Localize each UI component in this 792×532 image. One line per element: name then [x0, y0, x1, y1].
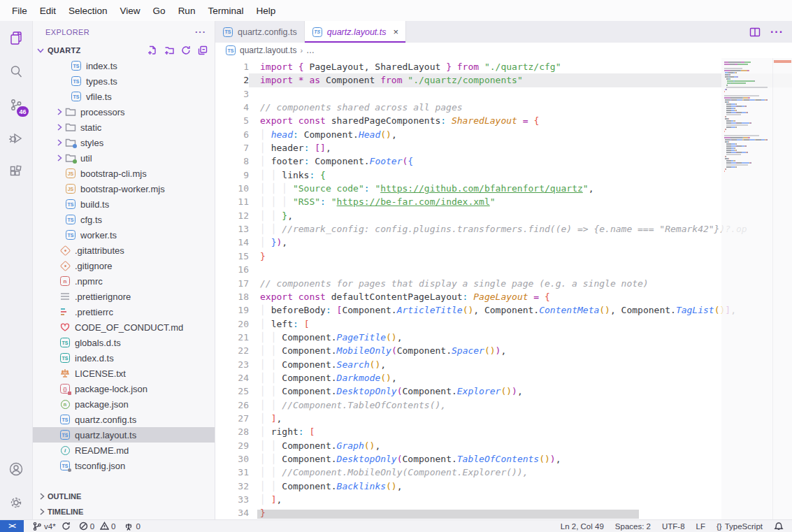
menu-selection[interactable]: Selection	[62, 3, 114, 19]
menu-run[interactable]: Run	[172, 3, 202, 19]
account-icon[interactable]	[0, 452, 33, 486]
code-line-9[interactable]: 9│ │ links: {	[215, 168, 792, 182]
code-line-31[interactable]: 31│ │ //Component.MobileOnly(Component.E…	[215, 466, 792, 479]
tab-quartz-config-ts[interactable]: TSquartz.config.ts	[215, 21, 305, 43]
tree-item-types-ts[interactable]: TStypes.ts	[33, 73, 215, 89]
minimap[interactable]	[721, 58, 772, 519]
code-line-3[interactable]: 3	[215, 87, 792, 101]
code-line-21[interactable]: 21│ │ Component.PageTitle(),	[215, 331, 792, 344]
tree-item-static[interactable]: static	[33, 120, 215, 135]
indentation-status[interactable]: Spaces: 2	[615, 522, 651, 531]
tree-item-styles[interactable]: styles	[33, 135, 215, 150]
tree-item--prettierignore[interactable]: .prettierignore	[33, 289, 215, 304]
run-debug-icon[interactable]	[0, 122, 33, 155]
new-file-icon[interactable]	[147, 45, 157, 55]
code-line-5[interactable]: 5export const sharedPageComponents: Shar…	[215, 114, 792, 127]
breadcrumb-symbol[interactable]: …	[306, 45, 315, 55]
code-editor[interactable]: 1import { PageLayout, SharedLayout } fro…	[215, 58, 792, 519]
explorer-icon[interactable]	[0, 21, 33, 55]
code-line-6[interactable]: 6│ head: Component.Head(),	[215, 128, 792, 141]
collapse-all-icon[interactable]	[198, 45, 208, 55]
tree-item--gitattributes[interactable]: .gitattributes	[33, 243, 215, 258]
tree-item--gitignore[interactable]: .gitignore	[33, 258, 215, 273]
code-line-2[interactable]: 2import * as Component from "./quartz/co…	[215, 73, 792, 87]
tree-item-package-json[interactable]: npackage.json	[33, 396, 215, 412]
git-branch-status[interactable]: v4*	[32, 522, 71, 531]
tree-item-tsconfig-json[interactable]: TStsconfig.json	[33, 458, 215, 473]
code-line-24[interactable]: 24│ │ Component.Darkmode(),	[215, 371, 792, 384]
menu-file[interactable]: File	[6, 3, 34, 19]
code-line-4[interactable]: 4// components shared across all pages	[215, 101, 792, 114]
tree-item-license-txt[interactable]: LICENSE.txt	[33, 366, 215, 381]
code-line-25[interactable]: 25│ │ Component.DesktopOnly(Component.Ex…	[215, 384, 792, 398]
breadcrumb[interactable]: TS quartz.layout.ts › …	[215, 43, 792, 58]
code-line-29[interactable]: 29│ │ Component.Graph(),	[215, 439, 792, 452]
code-line-14[interactable]: 14│ }),	[215, 236, 792, 249]
eol-status[interactable]: LF	[696, 522, 705, 531]
menu-terminal[interactable]: Terminal	[201, 3, 250, 19]
code-line-30[interactable]: 30│ │ Component.DesktopOnly(Component.Ta…	[215, 452, 792, 466]
code-line-17[interactable]: 17// components for pages that display a…	[215, 277, 792, 290]
split-editor-icon[interactable]	[749, 27, 761, 37]
code-line-8[interactable]: 8│ footer: Component.Footer({	[215, 154, 792, 168]
code-line-13[interactable]: 13│ │ //remark_config: config.plugins.tr…	[215, 222, 792, 236]
code-line-33[interactable]: 33│ ],	[215, 493, 792, 506]
code-line-7[interactable]: 7│ header: [],	[215, 141, 792, 154]
code-line-32[interactable]: 32│ │ Component.Backlinks(),	[215, 480, 792, 493]
tree-item--npmrc[interactable]: n.npmrc	[33, 273, 215, 289]
tree-item-code-of-conduct-md[interactable]: CODE_OF_CONDUCT.md	[33, 319, 215, 335]
editor-more-actions[interactable]: ···	[770, 26, 784, 38]
tab-quartz-layout-ts[interactable]: TSquartz.layout.ts×	[305, 21, 406, 43]
tree-item-build-ts[interactable]: TSbuild.ts	[33, 196, 215, 212]
tree-item-globals-d-ts[interactable]: TSglobals.d.ts	[33, 335, 215, 350]
sidebar-more-button[interactable]: ···	[195, 27, 206, 37]
notifications-bell[interactable]	[774, 522, 784, 531]
refresh-icon[interactable]	[181, 45, 191, 55]
panel-outline[interactable]: OUTLINE	[33, 489, 215, 504]
close-icon[interactable]: ×	[394, 27, 399, 37]
tree-item-bootstrap-cli-mjs[interactable]: JSbootstrap-cli.mjs	[33, 166, 215, 181]
remote-indicator[interactable]: ><	[0, 520, 24, 532]
tree-item-index-ts[interactable]: TSindex.ts	[33, 58, 215, 73]
tree-item-worker-ts[interactable]: TSworker.ts	[33, 227, 215, 243]
menu-go[interactable]: Go	[147, 3, 172, 19]
code-line-11[interactable]: 11│ │ │ "RSS": "https://be-far.com/index…	[215, 195, 792, 208]
scrollbar-horizontal[interactable]	[257, 510, 639, 519]
tree-item-processors[interactable]: processors	[33, 104, 215, 120]
code-line-20[interactable]: 20│ left: [	[215, 317, 792, 331]
source-control-icon[interactable]: 46	[0, 88, 33, 122]
code-line-27[interactable]: 27│ ],	[215, 412, 792, 425]
tree-item-readme-md[interactable]: iREADME.md	[33, 443, 215, 458]
code-line-19[interactable]: 19│ beforeBody: [Component.ArticleTitle(…	[215, 303, 792, 317]
code-line-22[interactable]: 22│ │ Component.MobileOnly(Component.Spa…	[215, 344, 792, 357]
code-line-28[interactable]: 28│ right: [	[215, 425, 792, 438]
problems-status[interactable]: 0 0	[79, 522, 116, 531]
code-line-16[interactable]: 16	[215, 263, 792, 276]
settings-gear-icon[interactable]	[0, 486, 33, 519]
menu-edit[interactable]: Edit	[34, 3, 62, 19]
scrollbar-vertical[interactable]	[772, 58, 792, 519]
language-status[interactable]: {} TypeScript	[717, 522, 763, 531]
new-folder-icon[interactable]	[164, 45, 174, 55]
explorer-section-header[interactable]: QUARTZ	[33, 43, 215, 58]
tree-item-package-lock-json[interactable]: {}package-lock.json	[33, 381, 215, 396]
tree-item-cfg-ts[interactable]: TScfg.ts	[33, 212, 215, 227]
code-line-18[interactable]: 18export const defaultContentPageLayout:…	[215, 290, 792, 303]
cursor-position[interactable]: Ln 2, Col 49	[561, 522, 604, 531]
extensions-icon[interactable]	[0, 155, 33, 189]
tree-item-quartz-config-ts[interactable]: TSquartz.config.ts	[33, 412, 215, 427]
code-line-10[interactable]: 10│ │ │ "Source code": "https://github.c…	[215, 182, 792, 195]
search-icon[interactable]	[0, 55, 33, 88]
tree-item-quartz-layout-ts[interactable]: TSquartz.layout.ts	[33, 427, 215, 443]
code-line-1[interactable]: 1import { PageLayout, SharedLayout } fro…	[215, 60, 792, 73]
tree-item-index-d-ts[interactable]: TSindex.d.ts	[33, 350, 215, 366]
panel-timeline[interactable]: TIMELINE	[33, 504, 215, 519]
code-line-23[interactable]: 23│ │ Component.Search(),	[215, 358, 792, 371]
tree-item-vfile-ts[interactable]: TSvfile.ts	[33, 89, 215, 104]
tree-item--prettierrc[interactable]: .prettierrc	[33, 304, 215, 319]
menu-view[interactable]: View	[114, 3, 147, 19]
breadcrumb-file[interactable]: quartz.layout.ts	[240, 45, 296, 55]
menu-help[interactable]: Help	[250, 3, 282, 19]
code-line-12[interactable]: 12│ │ },	[215, 209, 792, 222]
ports-status[interactable]: 0	[124, 522, 140, 531]
